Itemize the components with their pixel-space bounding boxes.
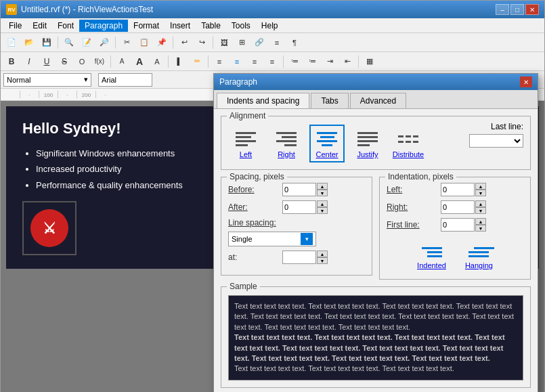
- align-justify-btn[interactable]: Justify: [350, 125, 385, 162]
- tab-indents-spacing[interactable]: Indents and spacing: [217, 93, 309, 108]
- formula-button[interactable]: f(x): [91, 54, 108, 69]
- first-line-up[interactable]: ▲: [475, 218, 486, 225]
- after-spin-down[interactable]: ▼: [317, 207, 328, 214]
- tab-advanced[interactable]: Advanced: [350, 93, 406, 108]
- open-button[interactable]: 📂: [21, 35, 37, 50]
- indent-style-buttons: Indented Hanging: [387, 236, 523, 272]
- text-color-button[interactable]: A: [114, 54, 130, 69]
- new-button[interactable]: 📄: [3, 35, 20, 50]
- at-spin-down[interactable]: ▼: [317, 257, 328, 264]
- underline-button[interactable]: U: [39, 54, 55, 69]
- list-button[interactable]: ≔: [286, 54, 303, 69]
- indent-left-down[interactable]: ▼: [475, 190, 486, 196]
- font-input[interactable]: [98, 73, 152, 87]
- align-line: [357, 132, 378, 134]
- indent-right-input[interactable]: 0: [441, 200, 475, 214]
- before-row: Before: 0 ▲ ▼: [228, 183, 365, 196]
- dialog-close-button[interactable]: ✕: [520, 77, 532, 87]
- marker-button[interactable]: ✏: [189, 54, 205, 69]
- copy-button[interactable]: 📋: [136, 35, 152, 50]
- before-label[interactable]: Before:: [228, 185, 282, 194]
- indented-button[interactable]: Indented: [414, 240, 449, 272]
- align-justify-button[interactable]: ≡: [264, 54, 280, 69]
- after-spin-up[interactable]: ▲: [317, 200, 328, 207]
- menu-font[interactable]: Font: [52, 20, 79, 32]
- menu-help[interactable]: Help: [256, 20, 284, 32]
- tab-tabs[interactable]: Tabs: [311, 93, 348, 108]
- indent-in-button[interactable]: ⇥: [322, 54, 338, 69]
- style-dropdown[interactable]: Normal ▾: [3, 73, 91, 87]
- highlight-button[interactable]: ▌: [171, 54, 188, 69]
- indent-lines: [422, 247, 442, 257]
- indent-right-down[interactable]: ▼: [475, 207, 486, 214]
- menu-file[interactable]: File: [3, 20, 27, 32]
- outline-button[interactable]: O: [74, 54, 90, 69]
- align-left-btn[interactable]: Left: [228, 125, 263, 162]
- table-button[interactable]: ⊞: [234, 35, 250, 50]
- dialog-content: Alignment Left: [214, 109, 538, 392]
- num-list-button[interactable]: ≔: [304, 54, 320, 69]
- app-icon: RV: [6, 4, 17, 15]
- para-button[interactable]: ¶: [286, 35, 303, 50]
- two-col-section: Spacing, pixels Before: 0 ▲ ▼: [221, 177, 531, 286]
- window-title: Untitled.rvf (*) - RichViewActionsTest: [21, 5, 496, 14]
- save-button[interactable]: 💾: [39, 35, 55, 50]
- cut-button[interactable]: ✂: [118, 35, 135, 50]
- ruler-mark-100: 100: [39, 91, 58, 98]
- after-input[interactable]: 0: [282, 200, 316, 214]
- before-input[interactable]: 0: [282, 183, 316, 196]
- redo-button[interactable]: ↪: [194, 35, 210, 50]
- menu-paragraph[interactable]: Paragraph: [79, 20, 128, 32]
- spell-button[interactable]: 📝: [79, 35, 95, 50]
- align-distribute-btn[interactable]: Distribute: [391, 125, 426, 162]
- italic-button[interactable]: I: [21, 54, 37, 69]
- menu-edit[interactable]: Edit: [27, 20, 52, 32]
- first-line-input[interactable]: 0: [441, 218, 475, 232]
- last-line-select[interactable]: [469, 134, 523, 148]
- undo-button[interactable]: ↩: [176, 35, 192, 50]
- align-right-btn[interactable]: Right: [269, 125, 304, 162]
- border-button[interactable]: ▦: [362, 54, 378, 69]
- menu-table[interactable]: Table: [196, 20, 226, 32]
- grow-font-button[interactable]: A: [131, 54, 148, 69]
- spacing-col: Spacing, pixels Before: 0 ▲ ▼: [221, 177, 372, 286]
- first-line-down[interactable]: ▼: [475, 225, 486, 232]
- at-input[interactable]: [282, 251, 316, 264]
- sample-label: Sample: [227, 282, 260, 291]
- align-left-button[interactable]: ≡: [211, 54, 227, 69]
- align-center-button[interactable]: ≡: [229, 54, 245, 69]
- indent-right-label[interactable]: Right:: [387, 202, 441, 212]
- sep1: [58, 37, 58, 49]
- preview-button[interactable]: 🔍: [61, 35, 77, 50]
- menu-tools[interactable]: Tools: [226, 20, 256, 32]
- minimize-button[interactable]: –: [496, 4, 509, 15]
- line-spacing-label[interactable]: Line spacing:: [228, 218, 282, 227]
- indent-left-up[interactable]: ▲: [475, 183, 486, 190]
- indentation-group: Indentation, pixels Left: 0 ▲ ▼: [379, 177, 531, 280]
- line-spacing-select[interactable]: Single ▾: [228, 232, 316, 246]
- strikethrough-button[interactable]: S: [56, 54, 72, 69]
- align-right-button[interactable]: ≡: [246, 54, 263, 69]
- after-label[interactable]: After:: [228, 202, 282, 212]
- indent-left-input[interactable]: 0: [441, 183, 475, 196]
- bold-button[interactable]: B: [3, 54, 20, 69]
- maximize-button[interactable]: □: [510, 4, 524, 15]
- hanging-button[interactable]: Hanging: [462, 240, 496, 272]
- menu-insert[interactable]: Insert: [165, 20, 196, 32]
- before-spin-down[interactable]: ▼: [317, 190, 328, 196]
- link-button[interactable]: 🔗: [251, 35, 267, 50]
- first-line-label[interactable]: First line:: [387, 220, 441, 230]
- indent-right-up[interactable]: ▲: [475, 200, 486, 207]
- menu-format[interactable]: Format: [128, 20, 165, 32]
- indent-out-button[interactable]: ⇤: [339, 54, 355, 69]
- at-spin-up[interactable]: ▲: [317, 251, 328, 257]
- close-window-button[interactable]: ✕: [525, 4, 539, 15]
- before-spin-up[interactable]: ▲: [317, 183, 328, 190]
- find-button[interactable]: 🔎: [96, 35, 112, 50]
- shrink-font-button[interactable]: A: [149, 54, 165, 69]
- paste-button[interactable]: 📌: [154, 35, 170, 50]
- bullet-button[interactable]: ≡: [269, 35, 285, 50]
- align-center-btn[interactable]: Center: [309, 125, 345, 162]
- indent-left-label[interactable]: Left:: [387, 185, 441, 194]
- image-button[interactable]: 🖼: [216, 35, 232, 50]
